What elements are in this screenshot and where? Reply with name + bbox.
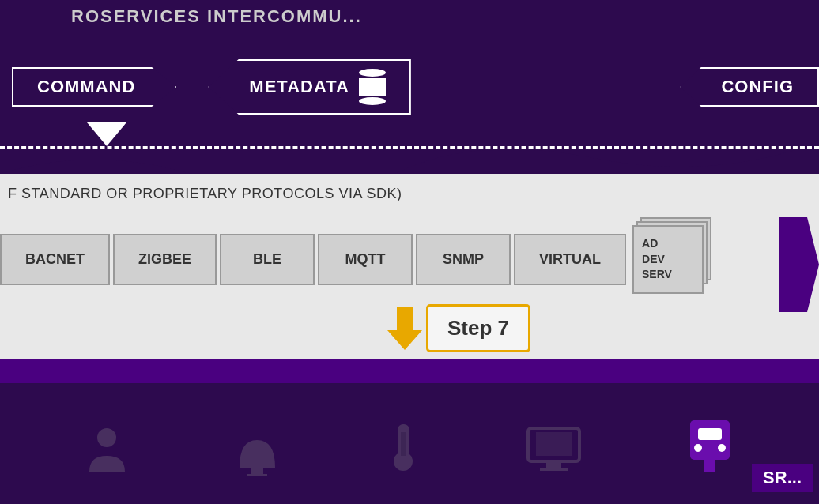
stacked-services-box: AD DEV SERV xyxy=(632,225,704,294)
svg-rect-3 xyxy=(247,474,267,476)
protocol-row: BACNET ZIGBEE BLE MQTT SNMP VIRTUAL AD D… xyxy=(0,225,819,294)
sensor-icon xyxy=(232,428,283,476)
sr-text: SR... xyxy=(763,468,802,487)
svg-rect-8 xyxy=(536,432,572,456)
thermometer-icon xyxy=(382,420,425,476)
svg-rect-15 xyxy=(704,460,715,472)
icon-item-5 xyxy=(682,412,738,476)
step7-box: Step 7 xyxy=(426,304,530,352)
bottom-section xyxy=(0,383,819,504)
database-icon xyxy=(359,69,386,105)
sr-label: SR... xyxy=(752,464,813,492)
icon-item-4 xyxy=(524,424,583,476)
protocol-mqtt: MQTT xyxy=(318,234,413,285)
icons-row xyxy=(0,404,819,483)
protocol-subtitle: F STANDARD OR PROPRIETARY PROTOCOLS VIA … xyxy=(8,186,402,202)
stacked-line2: DEV xyxy=(642,253,665,265)
tags-row: COMMAND METADATA CONFIG xyxy=(0,59,819,115)
command-label: COMMAND xyxy=(37,77,135,96)
protocol-virtual: VIRTUAL xyxy=(514,234,626,285)
device-icon xyxy=(682,412,738,476)
person-icon xyxy=(81,428,133,476)
protocol-zigbee: ZIGBEE xyxy=(113,234,217,285)
stacked-line1: AD xyxy=(642,237,658,250)
svg-point-14 xyxy=(718,444,726,452)
command-arrow-down xyxy=(87,122,126,146)
step7-annotation: Step 7 xyxy=(387,304,530,352)
metadata-tag: METADATA xyxy=(208,59,411,115)
protocol-bacnet: BACNET xyxy=(0,234,110,285)
step7-arrow-icon xyxy=(387,307,422,350)
icon-item-3 xyxy=(382,420,425,476)
bottom-band xyxy=(0,359,819,383)
banner-text: ROSERVICES INTERCOMMU... xyxy=(71,6,362,27)
command-tag: COMMAND xyxy=(12,67,176,107)
icon-item-1 xyxy=(81,428,133,476)
dashed-separator xyxy=(0,146,819,149)
svg-rect-10 xyxy=(540,468,568,471)
monitor-icon xyxy=(524,424,583,476)
svg-rect-12 xyxy=(698,428,722,440)
icon-item-2 xyxy=(232,428,283,476)
step7-label: Step 7 xyxy=(447,316,509,340)
right-arrow-shape xyxy=(779,217,819,312)
svg-marker-16 xyxy=(779,217,819,312)
protocol-ble: BLE xyxy=(220,234,315,285)
svg-point-13 xyxy=(694,444,702,452)
protocol-snmp: SNMP xyxy=(416,234,511,285)
svg-rect-6 xyxy=(401,432,406,456)
config-tag: CONFIG xyxy=(680,67,819,107)
metadata-label: METADATA xyxy=(249,77,349,97)
stacked-line3: SERV xyxy=(642,268,672,280)
svg-rect-2 xyxy=(251,468,263,474)
svg-point-1 xyxy=(97,428,116,447)
config-label: CONFIG xyxy=(721,77,794,96)
svg-marker-0 xyxy=(387,307,422,350)
svg-rect-9 xyxy=(546,461,561,468)
